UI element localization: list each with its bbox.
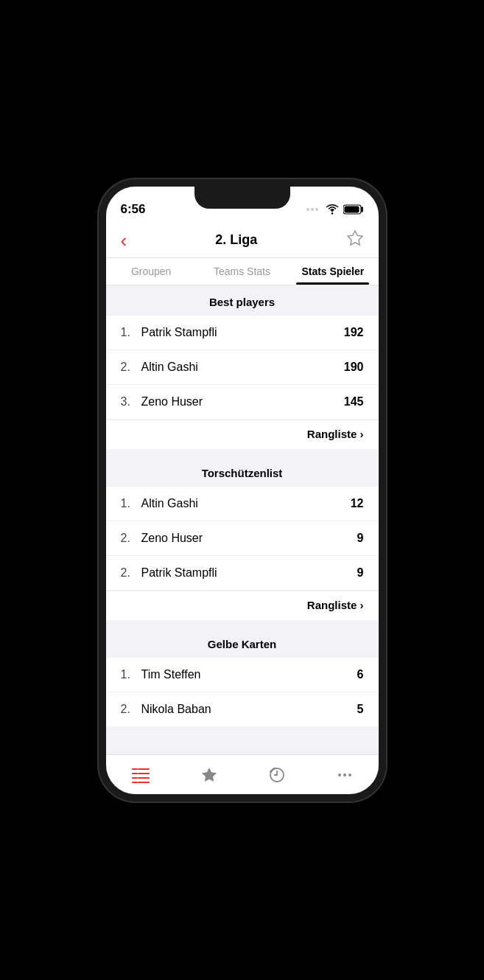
best-players-rangliste: Rangliste › xyxy=(106,420,379,449)
svg-point-1 xyxy=(311,208,314,211)
tab-teams-stats[interactable]: Teams Stats xyxy=(197,258,287,285)
wifi-icon xyxy=(326,204,339,215)
torschutzenlist-rangliste: Rangliste › xyxy=(106,591,379,620)
svg-rect-5 xyxy=(344,206,359,212)
notch xyxy=(194,187,290,209)
battery-icon xyxy=(343,204,364,215)
table-row: 3. Zeno Huser 145 xyxy=(106,385,379,420)
bottom-nav-more[interactable] xyxy=(324,762,365,788)
svg-marker-15 xyxy=(202,768,217,782)
favorite-star-button[interactable] xyxy=(346,229,364,251)
best-players-card: 1. Patrik Stampfli 192 2. Altin Gashi 19… xyxy=(106,316,379,449)
status-bar: 6:56 xyxy=(106,187,379,223)
back-button[interactable]: ‹ xyxy=(121,231,127,250)
bottom-nav-favorites[interactable] xyxy=(189,762,230,788)
gelbe-karten-card: 1. Tim Steffen 6 2. Nikola Baban 5 xyxy=(106,658,379,726)
tab-stats-spieler[interactable]: Stats Spieler xyxy=(287,258,378,285)
more-icon xyxy=(336,766,354,784)
star-icon xyxy=(200,766,218,784)
status-time: 6:56 xyxy=(121,202,146,217)
svg-point-0 xyxy=(306,208,309,211)
table-row: 1. Tim Steffen 6 xyxy=(106,658,379,692)
svg-point-3 xyxy=(331,212,333,215)
page-title: 2. Liga xyxy=(215,232,257,248)
torschutzenlist-card: 1. Altin Gashi 12 2. Zeno Huser 9 2. Pat… xyxy=(106,487,379,620)
svg-marker-6 xyxy=(348,231,362,245)
main-content: Best players 1. Patrik Stampfli 192 2. A… xyxy=(106,285,379,754)
tabs: Groupen Teams Stats Stats Spieler xyxy=(106,258,379,285)
tab-groupen[interactable]: Groupen xyxy=(106,258,197,285)
table-row: 1. Altin Gashi 12 xyxy=(106,487,379,521)
torschutzenlist-header: Torschützenlist xyxy=(106,456,379,487)
table-row: 1. Patrik Stampfli 192 xyxy=(106,316,379,350)
status-icons xyxy=(306,204,364,215)
table-row: 2. Zeno Huser 9 xyxy=(106,521,379,556)
table-row: 2. Nikola Baban 5 xyxy=(106,692,379,726)
home-indicator xyxy=(106,799,379,802)
bottom-nav-history[interactable] xyxy=(256,762,298,788)
gelbe-karten-header: Gelbe Karten xyxy=(106,628,379,658)
list-icon xyxy=(131,767,150,783)
bottom-nav-list[interactable] xyxy=(119,762,162,788)
svg-point-2 xyxy=(315,208,318,211)
history-icon xyxy=(268,766,286,784)
table-row: 2. Patrik Stampfli 9 xyxy=(106,556,379,591)
svg-point-19 xyxy=(348,774,351,776)
table-row: 2. Altin Gashi 190 xyxy=(106,350,379,385)
section-divider-2 xyxy=(106,620,379,628)
bottom-nav xyxy=(106,754,379,799)
nav-bar: ‹ 2. Liga xyxy=(106,223,379,258)
svg-point-18 xyxy=(343,774,346,776)
best-players-header: Best players xyxy=(106,285,379,316)
signal-icon xyxy=(306,205,321,214)
section-divider-1 xyxy=(106,449,379,456)
svg-point-17 xyxy=(338,774,341,776)
